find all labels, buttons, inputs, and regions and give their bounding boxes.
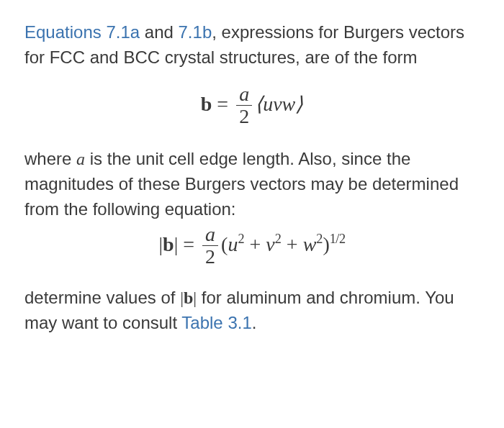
eq2-v: v [266,232,274,255]
eq2-v-sq: 2 [275,232,282,246]
eq2-fraction: a2 [202,224,218,269]
paragraph-2: where a is the unit cell edge length. Al… [24,147,480,222]
eq2-plus2: + [282,232,303,255]
text: determine values of [24,288,180,307]
problem-text: Equations 7.1a and 7.1b, expressions for… [24,20,480,336]
text: is the unit cell edge length. Also, sinc… [24,149,459,219]
eq2-u: u [228,232,238,255]
text: where [24,149,76,168]
link-eq-7-1a[interactable]: Equations 7.1a [24,22,140,42]
eq1-lhs: b [201,92,212,114]
equation-1: b = a2⟨uvw⟩ [24,83,480,129]
eq2-paren-close: ) [323,232,329,255]
link-table-3-1[interactable]: Table 3.1 [181,313,251,332]
paragraph-1: Equations 7.1a and 7.1b, expressions for… [24,20,480,70]
eq1-frac-den: 2 [236,106,252,128]
eq1-equals: = [212,92,233,114]
eq1-fraction: a2 [236,83,252,129]
eq2-plus1: + [245,232,266,255]
var-a: a [76,150,85,168]
eq2-lhs: ||b|b| [159,232,179,255]
eq1-frac-num: a [236,83,252,106]
eq2-frac-den: 2 [202,246,218,268]
eq2-w: w [303,232,317,255]
eq1-rhs: ⟨uvw⟩ [255,92,303,114]
var-b-mag: |b| [180,288,197,307]
eq2-u-sq: 2 [238,232,244,246]
text: and [140,22,178,42]
text: . [252,313,257,332]
eq2-frac-num: a [202,224,218,247]
equation-2: ||b|b| = a2(u2 + v2 + w2)1/2 [24,224,480,269]
eq2-exp: 1/2 [330,232,346,246]
paragraph-3: determine values of |b| for aluminum and… [24,286,480,336]
eq2-equals: = [178,232,199,255]
link-eq-7-1b[interactable]: 7.1b [179,22,212,42]
